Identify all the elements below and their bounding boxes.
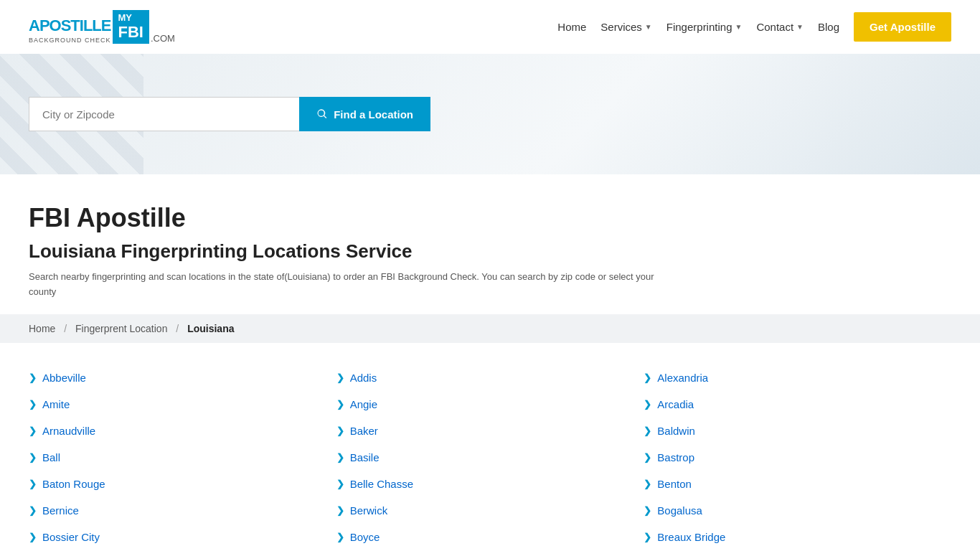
- chevron-right-icon: ❯: [644, 372, 651, 383]
- city-link[interactable]: Boyce: [350, 531, 380, 543]
- page-title: FBI Apostille: [29, 203, 951, 233]
- breadcrumb: Home / Fingerprent Location / Louisiana: [0, 314, 980, 343]
- city-link[interactable]: Belle Chasse: [350, 478, 413, 490]
- chevron-right-icon: ❯: [29, 505, 37, 516]
- breadcrumb-home[interactable]: Home: [29, 323, 55, 334]
- find-location-button[interactable]: Find a Location: [299, 97, 430, 131]
- city-link[interactable]: Addis: [350, 372, 377, 384]
- chevron-right-icon: ❯: [29, 372, 37, 383]
- list-item[interactable]: ❯Amite: [29, 391, 336, 418]
- city-link[interactable]: Bossier City: [42, 531, 100, 543]
- chevron-right-icon: ❯: [336, 505, 344, 516]
- logo-sub-text: BACKGROUND CHECK: [29, 37, 111, 44]
- header: APOSTILLE BACKGROUND CHECK MY FBI .COM H…: [0, 0, 980, 54]
- city-link[interactable]: Angie: [350, 398, 377, 410]
- nav-home[interactable]: Home: [557, 21, 586, 33]
- chevron-right-icon: ❯: [29, 532, 37, 542]
- city-columns: ❯Abbeville❯Amite❯Arnaudville❯Ball❯Baton …: [29, 364, 951, 551]
- nav-contact[interactable]: Contact ▼: [756, 21, 804, 33]
- city-link[interactable]: Benton: [657, 478, 692, 490]
- list-item[interactable]: ❯Angie: [336, 391, 644, 418]
- list-item[interactable]: ❯Boyce: [336, 524, 644, 550]
- search-input[interactable]: [29, 97, 299, 131]
- chevron-right-icon: ❯: [29, 425, 37, 436]
- chevron-right-icon: ❯: [29, 399, 37, 410]
- city-link[interactable]: Baldwin: [657, 425, 695, 437]
- chevron-right-icon: ❯: [29, 479, 37, 489]
- chevron-right-icon: ❯: [336, 372, 344, 383]
- nav-blog[interactable]: Blog: [818, 21, 839, 33]
- chevron-right-icon: ❯: [644, 532, 651, 542]
- logo-apostille-text: APOSTILLE: [29, 17, 110, 34]
- logo-myfbi: MY FBI: [113, 10, 149, 43]
- city-link[interactable]: Amite: [42, 398, 70, 410]
- chevron-right-icon: ❯: [336, 532, 344, 542]
- city-link[interactable]: Bastrop: [657, 451, 694, 463]
- list-item[interactable]: ❯Ball: [29, 444, 336, 471]
- city-link[interactable]: Bernice: [42, 504, 79, 517]
- city-link[interactable]: Arcadia: [657, 398, 694, 410]
- chevron-right-icon: ❯: [644, 425, 651, 436]
- list-item[interactable]: ❯Baton Rouge: [29, 471, 336, 497]
- list-item[interactable]: ❯Addis: [336, 364, 644, 391]
- chevron-right-icon: ❯: [644, 505, 651, 516]
- nav-services[interactable]: Services ▼: [600, 21, 651, 33]
- list-item[interactable]: ❯Bastrop: [644, 444, 951, 471]
- nav-fingerprinting[interactable]: Fingerprinting ▼: [666, 21, 743, 33]
- main-nav: Home Services ▼ Fingerprinting ▼ Contact…: [557, 12, 951, 42]
- chevron-right-icon: ❯: [336, 479, 344, 489]
- chevron-right-icon: ❯: [644, 399, 651, 410]
- city-link[interactable]: Alexandria: [657, 372, 708, 384]
- breadcrumb-current: Louisiana: [187, 323, 234, 334]
- city-link[interactable]: Baton Rouge: [42, 478, 105, 490]
- list-item[interactable]: ❯Belle Chasse: [336, 471, 644, 497]
- city-link[interactable]: Abbeville: [42, 372, 86, 384]
- get-apostille-button[interactable]: Get Apostille: [854, 12, 951, 42]
- services-caret-icon: ▼: [645, 23, 652, 31]
- city-link[interactable]: Bogalusa: [657, 504, 702, 517]
- chevron-right-icon: ❯: [29, 452, 37, 463]
- city-link[interactable]: Arnaudville: [42, 425, 95, 437]
- city-link[interactable]: Breaux Bridge: [657, 531, 725, 543]
- breadcrumb-separator-2: /: [176, 323, 179, 334]
- content-section: FBI Apostille Louisiana Fingerprinting L…: [0, 174, 980, 314]
- list-item[interactable]: ❯Basile: [336, 444, 644, 471]
- list-item[interactable]: ❯Bogalusa: [644, 497, 951, 524]
- city-link[interactable]: Basile: [350, 451, 380, 463]
- fingerprinting-caret-icon: ▼: [735, 23, 742, 31]
- list-item[interactable]: ❯Arcadia: [644, 391, 951, 418]
- list-item[interactable]: ❯Arnaudville: [29, 418, 336, 444]
- page-subtitle: Louisiana Fingerprinting Locations Servi…: [29, 240, 951, 263]
- list-item[interactable]: ❯Baldwin: [644, 418, 951, 444]
- chevron-right-icon: ❯: [336, 399, 344, 410]
- list-item[interactable]: ❯Breaux Bridge: [644, 524, 951, 550]
- search-icon: [316, 108, 328, 120]
- page-description: Search nearby fingerprinting and scan lo…: [29, 270, 674, 300]
- search-bar: Find a Location: [29, 97, 430, 131]
- contact-caret-icon: ▼: [796, 23, 804, 31]
- city-link[interactable]: Ball: [42, 451, 60, 463]
- chevron-right-icon: ❯: [644, 479, 651, 489]
- breadcrumb-fingerprint[interactable]: Fingerprent Location: [75, 323, 167, 334]
- breadcrumb-separator-1: /: [64, 323, 67, 334]
- city-list-section: ❯Abbeville❯Amite❯Arnaudville❯Ball❯Baton …: [0, 343, 980, 551]
- logo: APOSTILLE BACKGROUND CHECK MY FBI .COM: [29, 10, 175, 43]
- list-item[interactable]: ❯Abbeville: [29, 364, 336, 391]
- city-link[interactable]: Berwick: [350, 504, 388, 517]
- list-item[interactable]: ❯Benton: [644, 471, 951, 497]
- list-item[interactable]: ❯Alexandria: [644, 364, 951, 391]
- list-item[interactable]: ❯Baker: [336, 418, 644, 444]
- list-item[interactable]: ❯Bossier City: [29, 524, 336, 550]
- city-link[interactable]: Baker: [350, 425, 378, 437]
- list-item[interactable]: ❯Bernice: [29, 497, 336, 524]
- list-item[interactable]: ❯Berwick: [336, 497, 644, 524]
- hero-section: Find a Location: [0, 54, 980, 174]
- chevron-right-icon: ❯: [644, 452, 651, 463]
- logo-dotcom: .COM: [151, 33, 175, 44]
- chevron-right-icon: ❯: [336, 425, 344, 436]
- chevron-right-icon: ❯: [336, 452, 344, 463]
